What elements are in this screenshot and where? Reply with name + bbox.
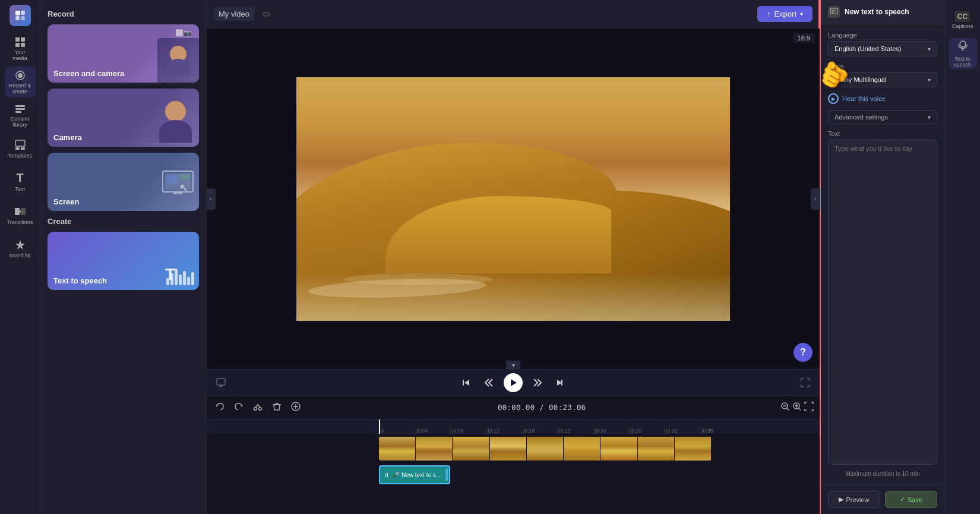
left-sidebar: Your media Record & create Content libra…: [0, 0, 40, 514]
save-button[interactable]: ✓ Save: [885, 491, 937, 508]
zoom-in-button[interactable]: [792, 402, 802, 413]
advanced-settings-toggle[interactable]: Advanced settings ▾: [828, 110, 937, 124]
sidebar-item-record-create[interactable]: Record & create: [5, 67, 36, 97]
collapse-panel-right[interactable]: ›: [811, 188, 820, 210]
save-label: Save: [908, 496, 922, 503]
timeline-area: 00:00.00 / 00:23.06 0: [207, 395, 820, 514]
ruler-mark-20: |0:20: [557, 427, 593, 434]
svg-rect-15: [21, 147, 25, 150]
text-label: Text: [828, 130, 937, 137]
video-track-row: [207, 434, 820, 463]
voice-label: Voice: [828, 62, 937, 70]
sidebar-item-brand-kit[interactable]: Brand kit: [5, 233, 36, 264]
screen-label: Screen: [53, 197, 79, 206]
svg-rect-27: [463, 380, 464, 386]
timeline-tracks: ⏸ 🎤 New text to s...: [207, 434, 820, 514]
text-input[interactable]: [828, 140, 937, 465]
screen-record-toggle[interactable]: [214, 376, 228, 390]
svg-rect-22: [166, 175, 178, 184]
skip-to-start-button[interactable]: [459, 375, 474, 390]
sidebar-item-label-record-create: Record & create: [7, 83, 33, 95]
play-button[interactable]: [504, 373, 523, 392]
svg-rect-12: [15, 111, 21, 113]
export-button[interactable]: ↑ Export ▾: [757, 6, 813, 22]
top-bar: My video ↑ Export ▾: [207, 0, 820, 29]
tts-panel-title: New text to speech: [845, 8, 909, 16]
skip-to-end-button[interactable]: [552, 375, 568, 390]
record-section-title: Record: [48, 10, 199, 18]
tts-clip-voice-icon: 🎤: [392, 472, 399, 478]
text-to-speech-card[interactable]: T Text to speech: [48, 232, 199, 290]
brand-kit-icon: [14, 238, 27, 251]
tts-track-row: ⏸ 🎤 New text to s...: [207, 461, 820, 491]
tts-side-label: Text to speech: [949, 56, 977, 68]
svg-rect-4: [15, 37, 20, 42]
tts-side-tab[interactable]: Text to speech: [949, 38, 977, 69]
sidebar-item-templates[interactable]: Templates: [5, 133, 36, 164]
advanced-settings-label: Advanced settings: [834, 113, 888, 121]
cut-button[interactable]: [251, 399, 265, 415]
zoom-out-button[interactable]: [780, 402, 790, 413]
sidebar-item-transitions[interactable]: Transitions: [5, 200, 36, 231]
svg-point-33: [254, 408, 257, 411]
fit-timeline-button[interactable]: [804, 402, 814, 413]
skip-forward-button[interactable]: [530, 375, 545, 390]
collapse-panel-left[interactable]: ‹: [206, 188, 216, 210]
sidebar-item-text[interactable]: T Text: [5, 166, 36, 197]
timeline-toolbar: 00:00.00 / 00:23.06: [207, 396, 820, 420]
language-field-group: Language English (United States) ▾: [828, 31, 937, 56]
tts-track-clip[interactable]: ⏸ 🎤 New text to s...: [379, 465, 450, 484]
fullscreen-button[interactable]: [798, 376, 813, 390]
max-duration-info: Maximum duration is 10 min: [828, 471, 937, 477]
preview-icon: ▶: [839, 496, 843, 503]
preview-button[interactable]: ▶ Preview: [828, 491, 880, 508]
svg-rect-14: [15, 147, 20, 150]
voice-dropdown[interactable]: Jenny Multilingual ▾: [828, 72, 937, 87]
sidebar-item-your-media[interactable]: Your media: [5, 33, 36, 64]
screen-camera-card[interactable]: ⬜📷 Screen and camera: [48, 24, 199, 83]
hear-voice-label: Hear this voice: [842, 95, 886, 102]
video-container: 16:9 ‹: [207, 29, 820, 369]
undo-button[interactable]: [213, 399, 227, 415]
svg-rect-25: [219, 386, 223, 387]
preview-label: Preview: [846, 496, 869, 503]
add-media-button[interactable]: [289, 399, 303, 415]
video-clip[interactable]: [379, 437, 712, 461]
ruler-marks: 0 |0:04 |0:08 |0:12 |0:16 |0:20 |0:24 |0…: [379, 427, 735, 434]
tts-visual: [166, 269, 194, 285]
redo-button[interactable]: [232, 399, 246, 415]
collapse-bottom-panel[interactable]: ▾: [506, 361, 520, 369]
tts-clip-resize-handle[interactable]: [445, 468, 448, 481]
delete-button[interactable]: [270, 399, 284, 415]
hear-voice-button[interactable]: ▶ Hear this voice: [828, 93, 937, 104]
tts-panel-header: New text to speech: [821, 0, 944, 24]
screen-card[interactable]: ↖ Screen: [48, 153, 199, 211]
svg-rect-23: [179, 175, 189, 179]
ruler-mark-32: |0:32: [664, 427, 700, 434]
zoom-controls: [780, 402, 814, 413]
sidebar-item-content-library[interactable]: Content library: [5, 100, 36, 131]
svg-rect-1: [21, 11, 25, 15]
tts-panel: New text to speech Language English (Uni…: [820, 0, 944, 514]
export-icon: ↑: [767, 10, 771, 18]
tts-panel-header-icon: [828, 6, 840, 18]
language-value: English (United States): [834, 45, 902, 52]
skip-back-button[interactable]: [481, 375, 497, 390]
svg-marker-28: [511, 379, 517, 386]
svg-rect-5: [21, 37, 25, 42]
language-dropdown[interactable]: English (United States) ▾: [828, 41, 937, 56]
svg-point-9: [18, 73, 23, 78]
captions-icon: CC: [955, 11, 970, 22]
svg-point-50: [960, 41, 966, 47]
tts-clip-label: New text to s...: [402, 472, 441, 478]
app-logo[interactable]: [10, 5, 31, 26]
save-status-icon: [259, 7, 273, 21]
captions-tab[interactable]: CC Captions: [949, 5, 977, 36]
help-button[interactable]: ?: [794, 343, 813, 362]
svg-rect-3: [21, 16, 25, 20]
project-name[interactable]: My video: [214, 7, 254, 21]
camera-card[interactable]: Camera: [48, 89, 199, 147]
svg-rect-2: [15, 16, 20, 20]
record-create-icon: [14, 69, 27, 81]
video-track-content: [379, 436, 820, 462]
